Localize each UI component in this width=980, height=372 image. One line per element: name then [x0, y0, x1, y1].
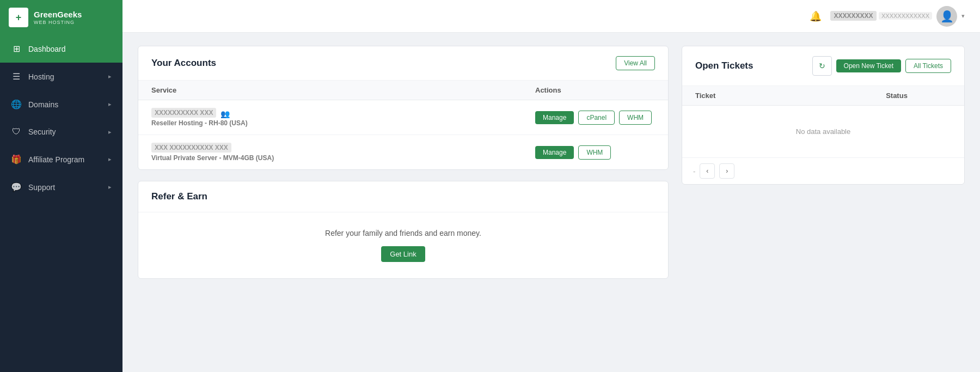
- affiliate-arrow-icon: ▸: [108, 156, 112, 163]
- accounts-table-header: Service Actions: [138, 81, 668, 100]
- open-new-ticket-button[interactable]: Open New Ticket: [836, 59, 901, 72]
- pagination-next-button[interactable]: ›: [719, 163, 734, 179]
- table-row: XXX XXXXXXXXXX XXX Virtual Private Serve…: [138, 135, 668, 169]
- right-column: Open Tickets ↻ Open New Ticket All Ticke…: [682, 46, 965, 185]
- logo-area: + GreenGeeks WEB HOSTING: [0, 0, 122, 35]
- main-area: 🔔 XXXXXXXXX XXXXXXXXXXXX 👤 ▾ Your Accoun…: [122, 0, 980, 372]
- accounts-table: Service Actions XXXXXXXXXX XXX 👥 Reselle…: [138, 81, 668, 169]
- whm-button-2[interactable]: WHM: [578, 145, 611, 160]
- action-btns-1: Manage cPanel WHM: [535, 111, 655, 125]
- get-link-button[interactable]: Get Link: [381, 246, 425, 262]
- user-info: XXXXXXXXX XXXXXXXXXXXX: [830, 10, 932, 22]
- manage-button-1[interactable]: Manage: [535, 111, 574, 124]
- refer-title: Refer & Earn: [151, 191, 207, 202]
- user-menu[interactable]: XXXXXXXXX XXXXXXXXXXXX 👤 ▾: [830, 6, 965, 27]
- ticket-pagination: - ‹ ›: [682, 157, 964, 184]
- logo-text-area: GreenGeeks WEB HOSTING: [34, 10, 82, 25]
- sidebar-item-support-label: Support: [28, 183, 55, 192]
- support-arrow-icon: ▸: [108, 184, 112, 191]
- affiliate-icon: 🎁: [11, 154, 22, 164]
- tickets-card: Open Tickets ↻ Open New Ticket All Ticke…: [682, 46, 965, 185]
- cpanel-button-1[interactable]: cPanel: [578, 111, 615, 125]
- left-column: Your Accounts View All Service Actions X…: [138, 46, 669, 279]
- table-row: XXXXXXXXXX XXX 👥 Reseller Hosting - RH-8…: [138, 100, 668, 135]
- notification-bell-icon[interactable]: 🔔: [810, 10, 822, 22]
- dashboard-icon: ⊞: [11, 44, 22, 54]
- user-email: XXXXXXXXXXXX: [879, 12, 932, 20]
- hosting-arrow-icon: ▸: [108, 73, 112, 80]
- service-name-masked-1: XXXXXXXXXX XXX: [151, 108, 216, 118]
- view-all-button[interactable]: View All: [616, 56, 655, 70]
- refer-text: Refer your family and friends and earn m…: [325, 229, 481, 237]
- sidebar-item-hosting[interactable]: ☰ Hosting ▸: [0, 63, 122, 90]
- sidebar-nav: ⊞ Dashboard ☰ Hosting ▸ 🌐 Domains ▸ 🛡 Se…: [0, 35, 122, 201]
- accounts-card-header: Your Accounts View All: [138, 46, 668, 81]
- header: 🔔 XXXXXXXXX XXXXXXXXXXXX 👤 ▾: [122, 0, 980, 33]
- support-icon: 💬: [11, 182, 22, 192]
- tickets-title: Open Tickets: [695, 60, 753, 71]
- action-btns-2: Manage WHM: [535, 145, 655, 160]
- sidebar-item-dashboard[interactable]: ⊞ Dashboard: [0, 35, 122, 63]
- service-name-masked-2: XXX XXXXXXXXXX XXX: [151, 143, 231, 153]
- service-col-header: Service: [151, 86, 535, 94]
- domains-arrow-icon: ▸: [108, 101, 112, 108]
- refresh-button[interactable]: ↻: [812, 56, 832, 76]
- tickets-header-actions: ↻ Open New Ticket All Tickets: [812, 56, 951, 76]
- hosting-icon: ☰: [11, 71, 22, 82]
- manage-button-2[interactable]: Manage: [535, 146, 574, 159]
- refer-earn-card: Refer & Earn Refer your family and frien…: [138, 181, 669, 279]
- sidebar-item-domains[interactable]: 🌐 Domains ▸: [0, 90, 122, 118]
- sidebar-item-dashboard-label: Dashboard: [28, 45, 66, 53]
- logo-sub: WEB HOSTING: [34, 20, 82, 25]
- refresh-icon: ↻: [819, 62, 825, 70]
- sidebar-item-hosting-label: Hosting: [28, 72, 54, 81]
- all-tickets-button[interactable]: All Tickets: [905, 59, 951, 73]
- service-desc-1: Reseller Hosting - RH-80 (USA): [151, 119, 535, 127]
- security-arrow-icon: ▸: [108, 129, 112, 136]
- service-cell-2: XXX XXXXXXXXXX XXX Virtual Private Serve…: [151, 143, 535, 162]
- accounts-title: Your Accounts: [151, 58, 216, 69]
- sidebar-item-security[interactable]: 🛡 Security ▸: [0, 118, 122, 145]
- refer-body: Refer your family and friends and earn m…: [138, 212, 668, 278]
- logo-icon: +: [9, 8, 28, 27]
- domains-icon: 🌐: [11, 99, 22, 109]
- sidebar-item-affiliate-label: Affiliate Program: [28, 155, 84, 164]
- accounts-card: Your Accounts View All Service Actions X…: [138, 46, 669, 170]
- sidebar-item-security-label: Security: [28, 127, 56, 136]
- sidebar-item-domains-label: Domains: [28, 100, 58, 109]
- tickets-table-header: Ticket Status: [682, 86, 964, 106]
- pagination-dash: -: [693, 167, 695, 175]
- whm-button-1[interactable]: WHM: [619, 111, 652, 125]
- user-menu-chevron-icon: ▾: [961, 13, 965, 20]
- content-area: Your Accounts View All Service Actions X…: [122, 33, 980, 372]
- tickets-card-header: Open Tickets ↻ Open New Ticket All Ticke…: [682, 46, 964, 86]
- users-icon-1: 👥: [220, 109, 230, 118]
- refer-card-header: Refer & Earn: [138, 181, 668, 212]
- actions-col-header: Actions: [535, 86, 655, 94]
- service-cell-1: XXXXXXXXXX XXX 👥 Reseller Hosting - RH-8…: [151, 108, 535, 127]
- user-name: XXXXXXXXX: [830, 11, 876, 21]
- service-desc-2: Virtual Private Server - MVM-4GB (USA): [151, 154, 535, 162]
- sidebar-item-affiliate[interactable]: 🎁 Affiliate Program ▸: [0, 145, 122, 173]
- avatar: 👤: [936, 6, 957, 27]
- security-icon: 🛡: [11, 127, 22, 137]
- sidebar-item-support[interactable]: 💬 Support ▸: [0, 173, 122, 201]
- status-col-header: Status: [842, 92, 951, 100]
- no-data-message: No data available: [682, 106, 964, 157]
- logo-name: GreenGeeks: [34, 10, 82, 20]
- ticket-col-header: Ticket: [695, 92, 842, 100]
- sidebar: + GreenGeeks WEB HOSTING ⊞ Dashboard ☰ H…: [0, 0, 122, 372]
- pagination-prev-button[interactable]: ‹: [700, 163, 715, 179]
